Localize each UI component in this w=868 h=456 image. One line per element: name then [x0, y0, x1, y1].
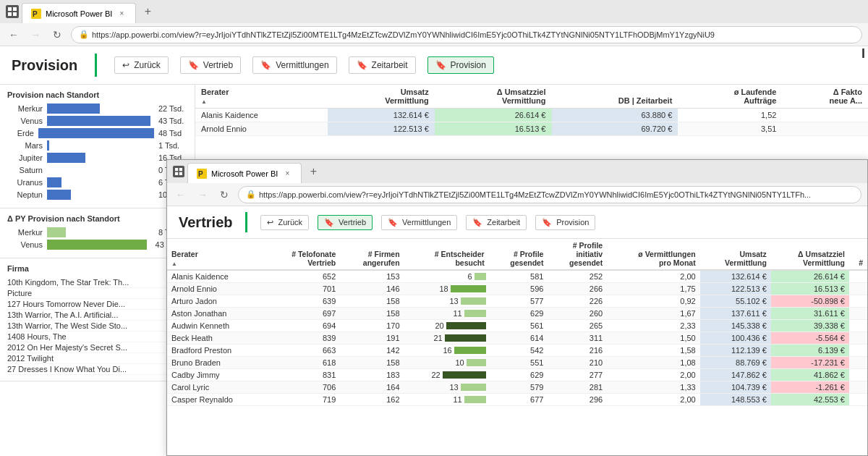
svg-rect-8 [175, 172, 178, 175]
front-table-row: Carol Lyric 706 164 13 579 281 1,33 104.… [167, 381, 867, 394]
td-profile-front: 614 [489, 332, 548, 345]
url-bar-front[interactable]: 🔒 https://app.powerbi.com/view?r=eyJrIjo… [238, 186, 861, 203]
svg-rect-0 [8, 7, 12, 11]
url-text-front: https://app.powerbi.com/view?r=eyJrIjoiY… [259, 190, 811, 199]
firma-item[interactable]: 1408 Hours, The [7, 332, 187, 342]
nav-zeitarbeit-btn[interactable]: 🔖 Zeitarbeit [349, 56, 416, 74]
pbi-title-front: Vertrieb [179, 214, 232, 231]
td-entscheider-front: 18 [404, 283, 489, 295]
bar-value: 1 Tsd. [158, 141, 187, 150]
tab-label-front: Microsoft Power BI [211, 169, 278, 178]
nav-zeitarbeit-front[interactable]: 🔖 Zeitarbeit [466, 215, 527, 230]
td-berater-front: Carol Lyric [167, 381, 265, 394]
pbi-header-back: Provision ↩ Zurück 🔖 Vertrieb 🔖 Vermittl… [0, 46, 868, 85]
svg-rect-1 [13, 7, 17, 11]
nav-provision-btn[interactable]: 🔖 Provision [427, 56, 494, 74]
td-initiativ-front: 216 [548, 345, 607, 357]
td-telefonate-front: 697 [265, 308, 340, 320]
td-extra-front [849, 381, 867, 394]
forward-btn-back[interactable]: → [27, 27, 43, 43]
refresh-btn-back[interactable]: ↻ [49, 27, 65, 43]
td-firmen-front: 158 [340, 308, 404, 320]
th-auftraege-back: ø LaufendeAufträge [678, 85, 782, 109]
firma-item[interactable]: 10th Kingdom, The Star Trek: Th... [7, 277, 187, 288]
td-profile-front: 581 [489, 270, 548, 283]
delta-bar-row: Venus 43 Tsd. € [7, 240, 187, 250]
back-btn-back[interactable]: ← [6, 27, 22, 43]
nav-vermittlungen-front[interactable]: 🔖 Vermittlungen [381, 215, 457, 230]
td-telefonate-front: 701 [265, 283, 340, 295]
pbi-tab-icon-front: P [197, 169, 207, 179]
new-tab-back[interactable]: + [139, 3, 156, 20]
td-firmen-front: 153 [340, 270, 404, 283]
bar-row: Neptun 10 Tsd. [7, 190, 187, 200]
front-table-row: Casper Reynaldo 719 162 11 677 296 2,00 … [167, 394, 867, 406]
td-profile-front: 542 [489, 345, 548, 357]
td-telefonate-front: 839 [265, 332, 340, 345]
td-extra-front [849, 283, 867, 295]
td-umsatz-front: 100.436 € [700, 332, 771, 345]
browser-icon-front [173, 166, 184, 177]
td-initiativ-front: 266 [548, 283, 607, 295]
bar-label: Saturn [7, 166, 47, 174]
firma-list: 10th Kingdom, The Star Trek: Th...Pictur… [7, 277, 187, 375]
bar-fill [47, 116, 150, 126]
refresh-btn-front[interactable]: ↻ [216, 187, 232, 203]
td-extra-front [849, 332, 867, 345]
nav-vertrieb-front[interactable]: 🔖 Vertrieb [318, 215, 373, 230]
td-firmen-front: 162 [340, 394, 404, 406]
firma-item[interactable]: 127 Hours Tomorrow Never Die... [7, 299, 187, 310]
nav-vermittlungen-btn[interactable]: 🔖 Vermittlungen [252, 56, 336, 74]
td-delta-front: 16.513 € [771, 283, 849, 295]
svg-text:P: P [198, 170, 203, 178]
delta-bar-container [47, 227, 154, 237]
td-umsatz-front: 148.553 € [700, 394, 771, 406]
tab-back[interactable]: P Microsoft Power BI × [22, 3, 136, 23]
td-extra-front [849, 369, 867, 381]
bar-row: Erde 48 Tsd [7, 128, 187, 138]
bar-label: Neptun [7, 190, 47, 199]
td-firmen-front: 170 [340, 320, 404, 332]
td-delta-front: 31.611 € [771, 308, 849, 320]
tab-bar-front: P Microsoft Power BI × + [167, 160, 867, 183]
nav-vertrieb-btn[interactable]: 🔖 Vertrieb [180, 56, 241, 74]
firma-item[interactable]: 13th Warrior, The West Side Sto... [7, 321, 187, 332]
td-entscheider-front: 20 [404, 320, 489, 332]
th-entscheider-front: # Entscheiderbesucht [404, 239, 489, 270]
firma-item[interactable]: 2012 Twilight [7, 353, 187, 364]
bookmark-icon-1: 🔖 [188, 60, 199, 70]
td-firmen-front: 191 [340, 332, 404, 345]
th-initiativ-front: # Profileinitiativgesendet [548, 239, 607, 270]
forward-btn-front[interactable]: → [195, 187, 210, 203]
td-entscheider-front: 13 [404, 295, 489, 308]
url-bar-back[interactable]: 🔒 https://app.powerbi.com/view?r=eyJrIjo… [71, 26, 862, 43]
tab-close-back[interactable]: × [116, 9, 127, 19]
provision-chart-section: Provision nach Standort Merkur 22 Tsd. V… [0, 85, 195, 208]
tab-front[interactable]: P Microsoft Power BI × [187, 163, 302, 183]
td-auftraege: 1,52 [678, 109, 782, 122]
nav-back-front[interactable]: ↩ Zurück [260, 215, 309, 230]
new-tab-front[interactable]: + [305, 163, 322, 180]
delta-bars-container: Merkur 8 Tsd. € Venus 43 Tsd. € [7, 227, 187, 250]
url-text-back: https://app.powerbi.com/view?r=eyJrIjoiY… [92, 30, 715, 39]
front-table-row: Arturo Jadon 639 158 13 577 226 0,92 55.… [167, 295, 867, 308]
firma-item[interactable]: Picture [7, 288, 187, 299]
back-btn-front[interactable]: ← [173, 187, 189, 203]
bookmark-icon-front-2: 🔖 [388, 218, 398, 227]
td-initiativ-front: 311 [548, 332, 607, 345]
nav-provision-front[interactable]: 🔖 Provision [535, 215, 595, 230]
td-telefonate-front: 694 [265, 320, 340, 332]
firma-item[interactable]: 27 Dresses I Know What You Di... [7, 364, 187, 375]
td-telefonate-front: 831 [265, 369, 340, 381]
td-initiativ-front: 260 [548, 308, 607, 320]
td-vermittlungen-front: 1,58 [607, 345, 700, 357]
nav-back-btn[interactable]: ↩ Zurück [114, 56, 169, 74]
td-delta-front: -50.898 € [771, 295, 849, 308]
firma-item[interactable]: 13th Warrior, The A.I. Artificial... [7, 310, 187, 321]
firma-item[interactable]: 2012 On Her Majesty's Secret S... [7, 342, 187, 353]
td-umsatz-front: 147.862 € [700, 369, 771, 381]
tab-close-front[interactable]: × [282, 169, 292, 179]
bookmark-icon-front-1: 🔖 [324, 218, 334, 227]
td-telefonate-front: 639 [265, 295, 340, 308]
th-delta-umsatz-front: Δ UmsatzzielVermittlung [771, 239, 849, 270]
